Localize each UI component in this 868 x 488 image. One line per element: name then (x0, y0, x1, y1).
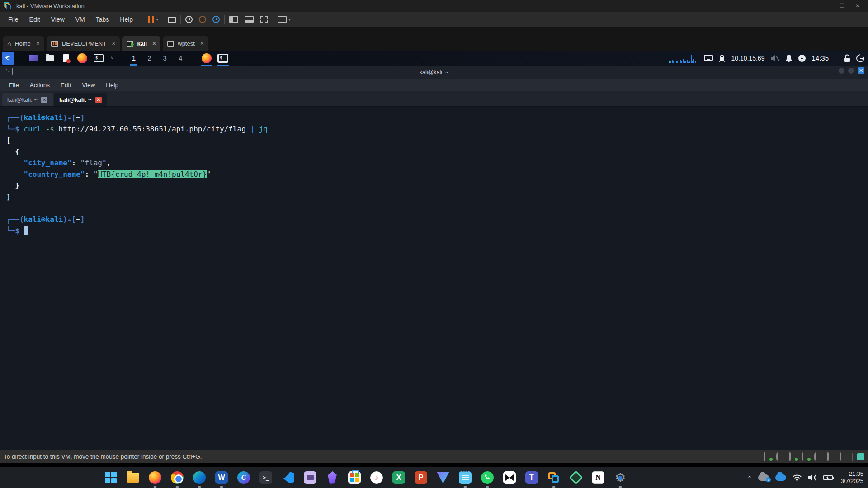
wifi-icon[interactable] (793, 474, 802, 481)
hidden-icons-chevron[interactable]: ⌃ (747, 475, 752, 482)
kali-menu-icon[interactable] (2, 52, 14, 65)
file-manager-icon[interactable] (44, 52, 56, 64)
maximize-button[interactable]: ❐ (835, 1, 850, 11)
terminal-close-button[interactable]: ✕ (858, 67, 864, 74)
tab-wptest[interactable]: wptest × (163, 36, 208, 51)
revert-snapshot-icon[interactable] (199, 16, 206, 23)
notion-button[interactable]: N (590, 470, 606, 485)
terminal-tab-1[interactable]: kali@kali: ~ ✕ (2, 93, 53, 106)
chevron-down-icon[interactable]: ˅ (111, 56, 113, 61)
settings-button[interactable]: ⚙ (613, 470, 628, 485)
network-icon[interactable] (168, 17, 176, 23)
power-icon[interactable] (798, 54, 806, 62)
firefox-icon[interactable] (76, 52, 88, 64)
tab-kali[interactable]: kali × (122, 36, 160, 51)
firefox-button[interactable] (147, 470, 163, 485)
menu-help[interactable]: Help (114, 12, 138, 27)
obsidian-button[interactable] (325, 470, 340, 485)
terminal-tab-2[interactable]: kali@kali: ~ ✕ (54, 93, 107, 106)
text-editor-icon[interactable] (60, 52, 72, 64)
terminal-output[interactable]: ┌──(kali⊛kali)-[~] └─$ curl -s http://94… (0, 107, 868, 450)
menu-view[interactable]: View (46, 12, 70, 27)
file-explorer-button[interactable] (125, 470, 141, 485)
vscode-button[interactable] (280, 470, 296, 485)
screenlock-icon[interactable] (844, 54, 851, 62)
triangle-app-button[interactable] (435, 470, 451, 485)
tab-home[interactable]: ⌂ Home × (3, 36, 44, 51)
close-tab-icon[interactable]: × (152, 40, 156, 47)
terminal-menu-file[interactable]: File (5, 82, 24, 89)
display-settings-icon[interactable] (28, 52, 39, 64)
notepad-button[interactable] (458, 470, 473, 485)
microsoft-store-button[interactable] (347, 470, 362, 485)
chrome-button[interactable] (170, 470, 185, 485)
start-button[interactable] (103, 470, 118, 485)
chevron-down-icon[interactable]: ▾ (156, 17, 158, 22)
word-button[interactable]: W (214, 470, 229, 485)
whatsapp-button[interactable] (480, 470, 495, 485)
cdrom-icon[interactable] (776, 453, 784, 460)
terminal-maximize-button[interactable] (848, 68, 854, 74)
vpn-lock-icon[interactable] (718, 54, 726, 62)
ethernet-icon[interactable] (704, 55, 713, 62)
cloud-sync-icon[interactable]: i (758, 474, 769, 481)
sound-icon[interactable] (802, 453, 810, 460)
system-monitor-graph[interactable] (669, 54, 696, 63)
close-tab-icon[interactable]: × (112, 40, 115, 47)
bell-icon[interactable] (785, 54, 793, 62)
minimize-button[interactable]: — (819, 1, 835, 11)
take-snapshot-icon[interactable] (185, 16, 193, 23)
menu-vm[interactable]: VM (70, 12, 90, 27)
tab-development[interactable]: DEVELOPMENT × (47, 36, 120, 51)
volume-icon[interactable] (808, 474, 817, 481)
menu-tabs[interactable]: Tabs (90, 12, 115, 27)
chevron-down-icon[interactable]: ▾ (288, 17, 291, 22)
close-tab-icon[interactable]: × (36, 40, 40, 47)
console-panel-icon[interactable] (245, 16, 254, 23)
menu-file[interactable]: File (3, 12, 24, 27)
panel-clock[interactable]: 14:35 (811, 54, 829, 62)
terminal-titlebar[interactable]: >_ kali@kali: ~ ✕ (0, 66, 868, 79)
audio-muted-icon[interactable] (770, 54, 780, 62)
workspace-2[interactable]: 2 (146, 52, 153, 64)
network-adapter-icon[interactable] (789, 453, 797, 460)
green-diamond-app-button[interactable] (568, 470, 584, 485)
logout-icon[interactable] (856, 54, 864, 62)
pause-button[interactable]: ▾ (148, 16, 158, 23)
close-button[interactable]: ✕ (850, 1, 865, 11)
onedrive-icon[interactable] (775, 474, 786, 481)
purple-app-button[interactable] (302, 470, 318, 485)
manage-snapshots-icon[interactable] (212, 16, 220, 23)
close-tab-icon[interactable]: ✕ (95, 97, 102, 103)
firefox-taskbar-item[interactable] (201, 52, 212, 64)
terminal-menu-edit[interactable]: Edit (56, 82, 75, 89)
message-log-icon[interactable] (857, 453, 864, 460)
teams-button[interactable]: T (524, 470, 539, 485)
library-panel-icon[interactable] (229, 16, 238, 23)
terminal-taskbar-item[interactable]: $_ (217, 52, 229, 64)
ip-address[interactable]: 10.10.15.69 (731, 55, 764, 62)
itunes-button[interactable]: ♪ (369, 470, 384, 485)
fit-guest-button[interactable]: ▾ (278, 16, 291, 23)
powerpoint-button[interactable]: P (413, 470, 429, 485)
usb-icon[interactable] (827, 453, 835, 460)
capcut-button[interactable] (502, 470, 517, 485)
close-tab-icon[interactable]: ✕ (41, 97, 47, 103)
edge-button[interactable] (192, 470, 207, 485)
vmware-button[interactable] (546, 470, 561, 485)
disc-icon[interactable] (814, 453, 822, 460)
signal-icon[interactable] (840, 453, 848, 460)
excel-button[interactable]: X (391, 470, 406, 485)
workspace-1[interactable]: 1 (130, 52, 137, 64)
menu-edit[interactable]: Edit (24, 12, 46, 27)
harddisk-icon[interactable] (764, 453, 772, 460)
workspace-4[interactable]: 4 (177, 52, 184, 64)
workspace-3[interactable]: 3 (161, 52, 169, 64)
canva-button[interactable]: C (236, 470, 251, 485)
fullscreen-icon[interactable] (260, 16, 268, 23)
terminal-icon[interactable]: $_ (93, 52, 104, 64)
terminal-minimize-button[interactable] (839, 68, 844, 74)
terminal-menu-help[interactable]: Help (101, 82, 123, 89)
taskbar-clock[interactable]: 21:35 3/7/2025 (840, 470, 863, 485)
terminal-menu-view[interactable]: View (77, 82, 99, 89)
